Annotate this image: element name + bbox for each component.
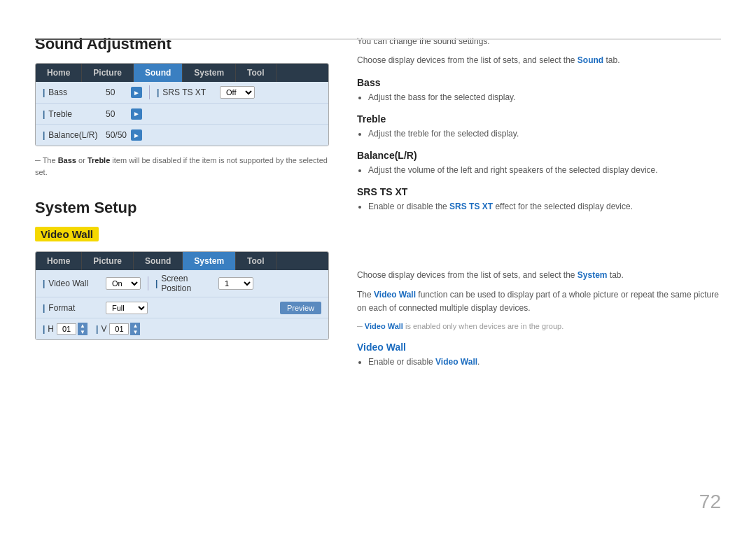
system-panel-body: Video Wall On Off Screen Position 1 (36, 270, 328, 339)
h-up-btn[interactable]: ▲ (78, 323, 88, 329)
system-intro-link: System (578, 270, 608, 280)
h-pipe: | (43, 324, 45, 334)
balance-arrow-btn[interactable]: ► (131, 129, 142, 141)
sound-right-content: You can change the sound settings. Choos… (357, 35, 721, 213)
balance-bullet: Adjust the volume of the left and right … (368, 164, 721, 176)
video-wall-row: Video Wall On Off Screen Position 1 (36, 270, 328, 297)
sound-intro-2: Choose display devices from the list of … (357, 54, 721, 67)
balance-value: 50/50 (106, 130, 127, 140)
screen-pos-select[interactable]: 1 (218, 277, 253, 290)
sound-note: ─ The Bass or Treble item will be disabl… (35, 155, 329, 178)
video-wall-section-title: Video Wall (357, 342, 721, 353)
bass-value: 50 (106, 87, 127, 97)
balance-section-title: Balance(L/R) (357, 150, 721, 161)
system-right-content: Choose display devices from the list of … (357, 269, 721, 368)
sys-tab-tool[interactable]: Tool (236, 252, 276, 270)
system-intro-2: The Video Wall function can be used to d… (357, 288, 721, 315)
tab-picture[interactable]: Picture (82, 64, 134, 82)
sound-panel: Home Picture Sound System Tool Bass 50 ►… (35, 63, 329, 146)
sound-intro2-link: Sound (578, 55, 603, 65)
v-up-btn[interactable]: ▲ (130, 323, 140, 329)
balance-label: Balance(L/R) (43, 130, 106, 140)
note-treble: Treble (88, 156, 110, 164)
video-wall-bullet-link: Video Wall (435, 357, 477, 367)
sound-intro2-text: Choose display devices from the list of … (357, 55, 575, 65)
video-wall-note: ─ Video Wall is enabled only when device… (357, 321, 721, 332)
v-down-btn[interactable]: ▼ (130, 329, 140, 335)
sound-panel-body: Bass 50 ► SRS TS XT Off On Treble 50 (36, 82, 328, 146)
tab-home[interactable]: Home (36, 64, 82, 82)
v-input[interactable] (109, 323, 129, 335)
srs-bullet: Enable or disable the SRS TS XT effect f… (368, 200, 721, 213)
screen-pos-label: Screen Position (155, 274, 218, 293)
video-wall-intro-link: Video Wall (374, 290, 416, 300)
video-wall-select[interactable]: On Off (106, 277, 141, 290)
top-rule (35, 38, 721, 40)
treble-value: 50 (106, 109, 127, 119)
sound-adjustment-section: Sound Adjustment Home Picture Sound Syst… (35, 35, 329, 178)
format-row: Format Full Preview (36, 297, 328, 318)
panel-divider-1 (149, 85, 150, 99)
tab-tool[interactable]: Tool (236, 64, 276, 82)
bass-label: Bass (43, 87, 106, 97)
v-spinner[interactable]: ▲ ▼ (109, 323, 140, 335)
treble-row: Treble 50 ► (36, 104, 328, 125)
srs-label: SRS TS XT (157, 87, 220, 97)
video-wall-label: Video Wall (43, 279, 106, 288)
h-down-btn[interactable]: ▼ (78, 329, 88, 335)
right-column: You can change the sound settings. Choos… (357, 28, 721, 372)
sys-tab-home[interactable]: Home (36, 252, 82, 270)
system-setup-title: System Setup (35, 199, 329, 217)
hv-row: | H ▲ ▼ | V (36, 318, 328, 339)
h-label: H (48, 324, 54, 334)
treble-section-title: Treble (357, 113, 721, 125)
bass-bullet: Adjust the bass for the selected display… (368, 91, 721, 104)
h-spinner[interactable]: ▲ ▼ (57, 323, 88, 335)
sound-intro-1: You can change the sound settings. (357, 35, 721, 48)
bass-arrow-btn[interactable]: ► (131, 87, 142, 98)
format-label: Format (43, 303, 106, 313)
treble-bullet: Adjust the treble for the selected displ… (368, 127, 721, 140)
treble-arrow-btn[interactable]: ► (131, 108, 142, 120)
v-spinner-btns: ▲ ▼ (130, 323, 140, 335)
srs-select[interactable]: Off On (220, 86, 255, 99)
system-setup-section: System Setup Video Wall Home Picture Sou… (35, 199, 329, 340)
srs-section-title: SRS TS XT (357, 186, 721, 197)
sound-intro2-end: tab. (606, 55, 620, 65)
h-spinner-btns: ▲ ▼ (78, 323, 88, 335)
v-pipe: | (96, 324, 98, 334)
left-column: Sound Adjustment Home Picture Sound Syst… (35, 28, 329, 372)
v-label: V (101, 324, 106, 334)
treble-label: Treble (43, 109, 106, 119)
format-select[interactable]: Full (106, 302, 148, 314)
sys-tab-system[interactable]: System (183, 252, 236, 270)
sys-divider-1 (148, 276, 148, 290)
video-wall-note-link: Video Wall (365, 322, 403, 330)
bass-row: Bass 50 ► SRS TS XT Off On (36, 82, 328, 104)
video-wall-highlight: Video Wall (35, 227, 99, 241)
sound-tab-bar: Home Picture Sound System Tool (36, 64, 328, 82)
tab-system[interactable]: System (183, 64, 236, 82)
system-panel: Home Picture Sound System Tool Video Wal… (35, 251, 329, 340)
note-bass: Bass (58, 156, 76, 164)
video-wall-bullet: Enable or disable Video Wall. (368, 356, 721, 368)
preview-button[interactable]: Preview (280, 302, 321, 314)
srs-bullet-link: SRS TS XT (449, 202, 493, 211)
balance-row: Balance(L/R) 50/50 ► (36, 125, 328, 146)
system-intro-1: Choose display devices from the list of … (357, 269, 721, 282)
tab-sound[interactable]: Sound (134, 64, 183, 82)
page-number: 72 (699, 491, 721, 513)
sys-tab-picture[interactable]: Picture (82, 252, 134, 270)
h-input[interactable] (57, 323, 76, 335)
bass-section-title: Bass (357, 77, 721, 88)
sound-adjustment-title: Sound Adjustment (35, 35, 329, 53)
system-tab-bar: Home Picture Sound System Tool (36, 252, 328, 270)
sys-tab-sound[interactable]: Sound (134, 252, 183, 270)
